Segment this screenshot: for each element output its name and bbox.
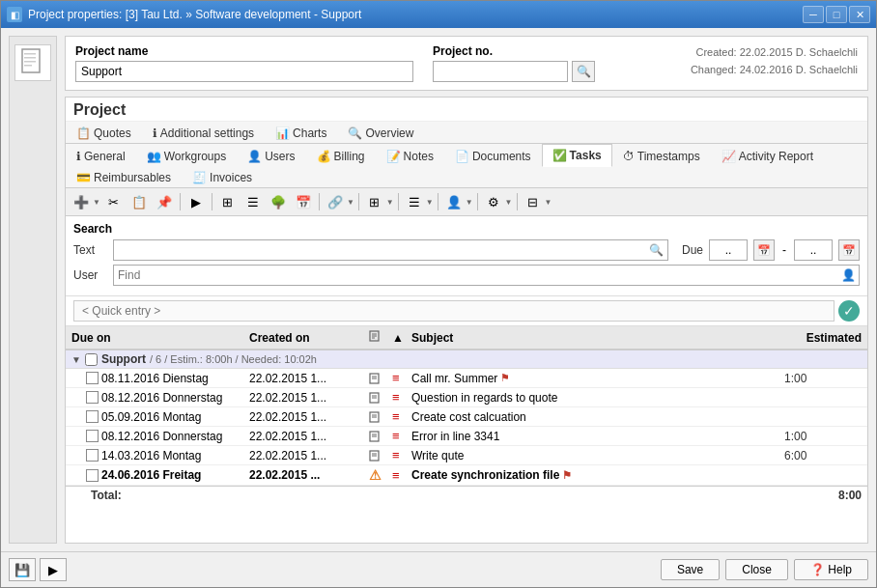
filter-dropdown[interactable]: ☰ ▼ xyxy=(403,191,434,212)
group-checkbox[interactable] xyxy=(85,353,98,366)
settings-button[interactable]: ⚙ xyxy=(482,191,505,212)
user-search-button[interactable]: 👤 xyxy=(838,266,858,285)
project-name-input[interactable] xyxy=(75,61,413,82)
tab-reimbursables[interactable]: 💳 Reimbursables xyxy=(66,166,182,188)
save-button[interactable]: Save xyxy=(661,559,720,580)
project-no-input[interactable] xyxy=(433,61,568,82)
col-priority[interactable]: ▲ xyxy=(392,331,408,345)
tree-button[interactable]: 🌳 xyxy=(267,191,290,212)
tab-activity-report[interactable]: 📈 Activity Report xyxy=(711,144,824,167)
tab-additional-settings[interactable]: ℹ Additional settings xyxy=(142,122,265,144)
add-button[interactable]: ➕ xyxy=(70,191,93,212)
col-created-on[interactable]: Created on xyxy=(249,331,365,345)
group-toggle[interactable]: ▼ xyxy=(71,354,81,365)
add-dropdown[interactable]: ➕ ▼ xyxy=(70,191,100,212)
maximize-button[interactable]: □ xyxy=(826,6,847,23)
link-button[interactable]: 🔗 xyxy=(324,191,347,212)
task-checkbox[interactable] xyxy=(86,372,99,384)
sep6 xyxy=(438,193,438,210)
total-value: 8:00 xyxy=(784,489,862,502)
save-nav-button[interactable]: 💾 xyxy=(9,558,36,581)
priority-icon: ≡ xyxy=(392,390,400,405)
tab-documents[interactable]: 📄 Documents xyxy=(444,144,542,167)
app-dropdown[interactable]: ⊞ ▼ xyxy=(363,191,394,212)
app-dropdown-arrow[interactable]: ▼ xyxy=(386,198,394,207)
sep7 xyxy=(477,193,478,210)
close-button[interactable]: Close xyxy=(725,559,788,580)
tab-tasks[interactable]: ✅ Tasks xyxy=(542,144,612,167)
link-dropdown-arrow[interactable]: ▼ xyxy=(347,198,354,207)
minimize-button[interactable]: ─ xyxy=(803,6,824,23)
tab-notes[interactable]: 📝 Notes xyxy=(376,144,444,167)
table-row: 08.12.2016 Donnerstag 22.02.2015 1... ≡ … xyxy=(66,427,867,446)
task-subject: Question in regards to quote xyxy=(411,391,780,405)
main-window: ◧ Project properties: [3] Tau Ltd. » Sof… xyxy=(0,0,877,588)
tab-invoices[interactable]: 🧾 Invoices xyxy=(182,166,263,188)
main-panel: Project 📋 Quotes ℹ Additional settings 📊… xyxy=(65,97,868,544)
task-checkbox[interactable] xyxy=(86,430,99,442)
task-due: 08.11.2016 Dienstag xyxy=(71,372,245,385)
task-checkbox[interactable] xyxy=(86,469,99,482)
settings-dropdown-arrow[interactable]: ▼ xyxy=(505,198,513,207)
quick-entry-input[interactable] xyxy=(73,300,835,322)
due-from-input[interactable] xyxy=(709,239,748,261)
tab-overview[interactable]: 🔍 Overview xyxy=(337,122,424,144)
view-dropdown[interactable]: ⊟ ▼ xyxy=(522,191,552,212)
view-button[interactable]: ⊟ xyxy=(522,191,545,212)
search-text-input[interactable] xyxy=(113,239,668,261)
view-dropdown-arrow[interactable]: ▼ xyxy=(545,198,552,207)
link-dropdown[interactable]: 🔗 ▼ xyxy=(324,191,354,212)
tab-timestamps[interactable]: ⏱ Timestamps xyxy=(612,144,711,167)
tab-users[interactable]: 👤 Users xyxy=(237,144,305,167)
close-window-button[interactable]: ✕ xyxy=(849,6,870,23)
calendar-button[interactable]: 📅 xyxy=(292,191,315,212)
workgroups-icon: 👥 xyxy=(147,150,161,163)
toolbar: ➕ ▼ ✂ 📋 📌 ▶ ⊞ ☰ 🌳 📅 🔗 ▼ xyxy=(66,188,867,216)
overview-icon: 🔍 xyxy=(348,126,362,140)
quick-entry-submit-button[interactable]: ✓ xyxy=(838,300,860,322)
user-dropdown[interactable]: 👤 ▼ xyxy=(442,191,473,212)
tab-general[interactable]: ℹ General xyxy=(66,144,136,167)
due-to-calendar-button[interactable]: 📅 xyxy=(838,239,860,261)
tab-quotes[interactable]: 📋 Quotes xyxy=(66,122,142,144)
tab-workgroups[interactable]: 👥 Workgroups xyxy=(136,144,237,167)
search-clear-button[interactable]: 🔍 xyxy=(647,240,666,260)
task-checkbox[interactable] xyxy=(86,449,99,462)
task-checkbox[interactable] xyxy=(86,391,99,404)
grid-button[interactable]: ⊞ xyxy=(216,191,240,212)
play-button[interactable]: ▶ xyxy=(184,191,208,212)
due-to-input[interactable] xyxy=(794,239,833,261)
filter-button[interactable]: ☰ xyxy=(403,191,426,212)
user-dropdown-arrow[interactable]: ▼ xyxy=(466,198,473,207)
help-button[interactable]: ❓ Help xyxy=(794,559,868,580)
sidebar xyxy=(9,36,57,544)
list-button[interactable]: ☰ xyxy=(241,191,265,212)
task-due-date: 05.09.2016 Montag xyxy=(101,410,201,424)
task-checkbox[interactable] xyxy=(86,410,99,423)
svg-rect-1 xyxy=(24,53,36,55)
search-area: Search Text 🔍 Due 📅 - 📅 xyxy=(66,216,867,296)
quotes-icon: 📋 xyxy=(76,126,91,140)
due-from-calendar-button[interactable]: 📅 xyxy=(753,239,775,261)
app-button[interactable]: ⊞ xyxy=(363,191,386,212)
user-button[interactable]: 👤 xyxy=(442,191,466,212)
tab-billing[interactable]: 💰 Billing xyxy=(306,144,376,167)
project-no-search-button[interactable]: 🔍 xyxy=(572,61,595,82)
sidebar-doc-icon[interactable] xyxy=(14,44,51,81)
tab-charts[interactable]: 📊 Charts xyxy=(265,122,337,144)
copy-button[interactable]: 📋 xyxy=(127,191,151,212)
additional-settings-icon: ℹ xyxy=(153,126,157,140)
priority-icon: ≡ xyxy=(392,371,400,385)
filter-dropdown-arrow[interactable]: ▼ xyxy=(426,198,434,207)
settings-dropdown[interactable]: ⚙ ▼ xyxy=(482,191,513,212)
task-status xyxy=(369,372,388,385)
add-dropdown-arrow[interactable]: ▼ xyxy=(93,198,100,207)
play-nav-button[interactable]: ▶ xyxy=(40,558,67,581)
clipboard-button[interactable]: 📌 xyxy=(153,191,176,212)
delete-button[interactable]: ✂ xyxy=(102,191,126,212)
svg-rect-3 xyxy=(24,61,36,63)
search-user-input[interactable] xyxy=(113,265,860,286)
tab-timestamps-label: Timestamps xyxy=(637,150,700,163)
billing-icon: 💰 xyxy=(317,150,331,163)
col-due-on[interactable]: Due on xyxy=(71,331,245,345)
